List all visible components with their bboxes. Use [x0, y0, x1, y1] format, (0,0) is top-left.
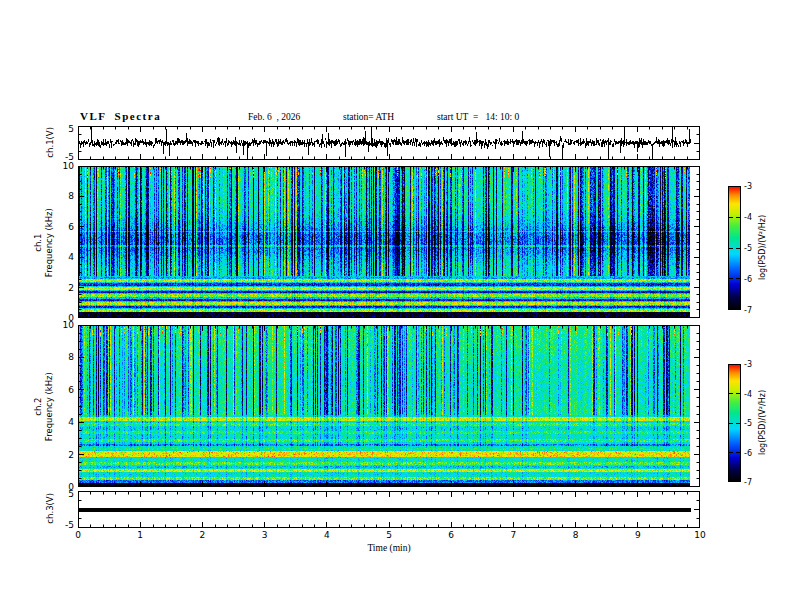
ch2-spec-y-tick-label: 2 — [44, 450, 74, 461]
colorbar-ch2 — [728, 364, 741, 482]
figure-title: VLF Spectra — [80, 110, 161, 122]
station-label: station= ATH — [343, 112, 394, 122]
ch1-wave-y-tick-label: 5 — [44, 124, 74, 135]
ch1-spectrogram-canvas — [78, 166, 700, 318]
ch3-wave-y-tick-label: 5 — [44, 489, 74, 500]
x-tick-label: 10 — [690, 530, 710, 541]
ch2-spec-y-tick-label: 4 — [44, 417, 74, 428]
x-tick-label: 3 — [255, 530, 275, 541]
vlf-spectra-figure: VLF Spectra Feb. 6 , 2026 station= ATH s… — [0, 0, 792, 612]
ch3-wave-y-tick-label: -5 — [44, 520, 74, 531]
ch2-spectrogram-ylabel-line2: Frequency (kHz) — [44, 352, 55, 462]
colorbar-ch1-tick-label: -7 — [744, 305, 762, 316]
date-label: Feb. 6 , 2026 — [248, 112, 300, 122]
x-tick-label: 4 — [317, 530, 337, 541]
colorbar-ch2-tick-label: -7 — [744, 477, 762, 488]
ch1-spectrogram-ylabel: ch.1 Frequency (kHz) — [33, 188, 54, 298]
colorbar-ch1-tick-label: -5 — [744, 243, 762, 254]
colorbar-ch1 — [728, 186, 741, 310]
ch2-spectrogram-ylabel: ch.2 Frequency (kHz) — [33, 352, 54, 462]
colorbar-ch1-tick-label: -6 — [744, 274, 762, 285]
x-tick-label: 1 — [130, 530, 150, 541]
ch2-spec-y-tick-label: 6 — [44, 385, 74, 396]
x-tick-label: 9 — [628, 530, 648, 541]
ch2-spec-y-tick-label: 10 — [44, 320, 74, 331]
colorbar-ch1-tick-label: -4 — [744, 212, 762, 223]
ch1-spectrogram-ylabel-line2: Frequency (kHz) — [44, 188, 55, 298]
colorbar-ch2-tick-label: -4 — [744, 389, 762, 400]
x-tick-label: 0 — [68, 530, 88, 541]
ch1-spec-y-tick-label: 2 — [44, 283, 74, 294]
x-tick-label: 8 — [566, 530, 586, 541]
x-axis-label: Time (min) — [339, 543, 439, 553]
colorbar-ch2-tick-label: -3 — [744, 359, 762, 370]
x-tick-label: 6 — [441, 530, 461, 541]
ch1-wave-y-tick-label: -5 — [44, 152, 74, 163]
ch2-spectrogram-canvas — [78, 325, 700, 487]
ch1-spec-y-tick-label: 4 — [44, 252, 74, 263]
ch1-spectrogram-ylabel-line1: ch.1 — [33, 188, 44, 298]
ch1-spec-y-tick-label: 8 — [44, 191, 74, 202]
colorbar-ch1-tick-label: -3 — [744, 181, 762, 192]
x-tick-label: 7 — [503, 530, 523, 541]
x-tick-label: 5 — [379, 530, 399, 541]
colorbar-ch2-tick-label: -6 — [744, 448, 762, 459]
ch1-waveform-canvas — [78, 126, 700, 160]
colorbar-ch2-tick-label: -5 — [744, 418, 762, 429]
ch3-waveform-canvas — [78, 491, 700, 528]
ch2-spectrogram-ylabel-line1: ch.2 — [33, 352, 44, 462]
start-ut-label: start UT = 14: 10: 0 — [437, 112, 519, 122]
ch2-spec-y-tick-label: 8 — [44, 352, 74, 363]
x-tick-label: 2 — [192, 530, 212, 541]
ch1-spec-y-tick-label: 6 — [44, 222, 74, 233]
